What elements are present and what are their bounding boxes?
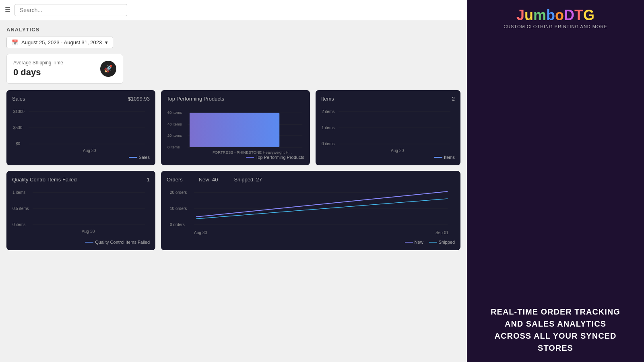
logo-subtitle: CUSTOM CLOTHING PRINTING AND MORE (504, 24, 607, 29)
sidebar: JumboDTG CUSTOM CLOTHING PRINTING AND MO… (467, 0, 644, 362)
date-range-text: August 25, 2023 - August 31, 2023 (21, 39, 102, 45)
svg-text:2 items: 2 items (322, 109, 334, 114)
calendar-icon: 📅 (12, 39, 18, 45)
items-chart: 2 items 1 items 0 items Aug-30 (321, 106, 455, 154)
avg-shipping-label: Average Shipping Time (13, 60, 63, 66)
qc-chart: 1 items 0.5 items 0 items Aug-30 (12, 187, 150, 239)
qc-legend-label: Quality Control Items Failed (95, 240, 150, 245)
svg-text:20 items: 20 items (167, 133, 182, 138)
logo-letter-t: T (574, 7, 583, 23)
search-input[interactable] (14, 4, 127, 16)
orders-chart: 20 orders 10 orders 0 orders Aug-30 Sep-… (167, 187, 455, 243)
shipping-icon: 🚀 (104, 64, 113, 73)
qc-value: 1 (147, 177, 150, 183)
logo-letter-o: o (555, 7, 564, 23)
orders-shipped-label: Shipped: 27 (234, 177, 262, 183)
logo-letter-g: G (583, 7, 594, 23)
logo-letter-d: D (564, 7, 574, 23)
sales-title: Sales (12, 96, 25, 102)
svg-rect-15 (190, 113, 279, 148)
menu-icon: ☰ (5, 6, 10, 13)
dropdown-arrow-icon: ▾ (105, 39, 108, 45)
top-products-title: Top Performing Products (167, 96, 224, 102)
orders-title: Orders (167, 177, 183, 183)
qc-title: Quality Control Items Failed (12, 177, 76, 183)
svg-text:0 items: 0 items (12, 222, 25, 227)
avg-shipping-value: 0 days (13, 67, 63, 78)
svg-text:Sep-01: Sep-01 (436, 230, 449, 235)
sales-legend-label: Sales (138, 155, 150, 160)
logo-letter-b: b (546, 7, 555, 23)
svg-text:20 orders: 20 orders (170, 190, 187, 195)
top-products-legend: Top Performing Products (246, 155, 304, 160)
orders-legend-new: New (415, 240, 423, 245)
analytics-title: ANALYTICS (6, 27, 460, 33)
qc-chart-card: Quality Control Items Failed 1 1 items 0… (6, 171, 155, 250)
tagline: REAL-TIME ORDER TRACKINGAND SALES ANALYT… (491, 306, 620, 354)
logo-letter-m: m (533, 7, 546, 23)
sales-chart: $1000 $500 $0 Aug-30 (12, 106, 150, 154)
svg-text:40 items: 40 items (167, 122, 182, 126)
date-range-picker[interactable]: 📅 August 25, 2023 - August 31, 2023 ▾ (6, 37, 113, 48)
svg-text:$1000: $1000 (13, 109, 25, 114)
svg-text:$0: $0 (16, 142, 21, 146)
qc-legend: Quality Control Items Failed (85, 240, 150, 245)
items-legend-label: Items (444, 155, 455, 160)
items-value: 2 (452, 96, 455, 102)
orders-legend-shipped: Shipped (439, 240, 455, 245)
svg-text:Aug-30: Aug-30 (83, 148, 96, 153)
sales-value: $1099.93 (128, 96, 150, 102)
items-chart-card: Items 2 2 items 1 items 0 items Aug-30 (316, 90, 460, 165)
svg-text:1 items: 1 items (322, 125, 334, 130)
svg-text:0.5 items: 0.5 items (12, 206, 29, 211)
svg-text:10 orders: 10 orders (170, 206, 187, 211)
svg-text:0 items: 0 items (167, 145, 180, 149)
sales-legend: Sales (129, 155, 150, 160)
top-products-legend-label: Top Performing Products (256, 155, 304, 160)
top-products-chart-card: Top Performing Products 60 items 40 item… (161, 90, 310, 165)
shipping-icon-circle: 🚀 (100, 61, 116, 77)
logo-text: JumboDTG (504, 8, 607, 23)
items-title: Items (321, 96, 334, 102)
menu-button[interactable]: ☰ (5, 6, 10, 14)
svg-text:Aug-30: Aug-30 (391, 148, 404, 153)
logo-area: JumboDTG CUSTOM CLOTHING PRINTING AND MO… (504, 8, 607, 29)
svg-text:$500: $500 (13, 125, 23, 130)
logo-letter-u: u (524, 7, 533, 23)
svg-text:FORTRESS - RHINESTONE Heavywei: FORTRESS - RHINESTONE Heavyweight H... (213, 150, 292, 154)
svg-text:Aug-30: Aug-30 (194, 230, 207, 235)
svg-text:60 items: 60 items (167, 110, 182, 115)
avg-shipping-card: Average Shipping Time 0 days 🚀 (6, 54, 123, 84)
orders-legend: New Shipped (405, 240, 455, 245)
svg-text:1 items: 1 items (12, 190, 25, 195)
orders-new-label: New: 40 (199, 177, 218, 183)
orders-chart-card: Orders New: 40 Shipped: 27 20 orders 10 … (161, 171, 460, 250)
svg-text:0 items: 0 items (322, 142, 334, 146)
top-products-chart: 60 items 40 items 20 items 0 items (167, 106, 304, 158)
logo-letter-j: J (516, 7, 524, 23)
svg-text:Aug-30: Aug-30 (82, 229, 95, 234)
items-legend: Items (434, 155, 455, 160)
sales-chart-card: Sales $1099.93 $1000 $500 $0 Aug-30 (6, 90, 155, 165)
svg-text:0 orders: 0 orders (170, 222, 185, 227)
